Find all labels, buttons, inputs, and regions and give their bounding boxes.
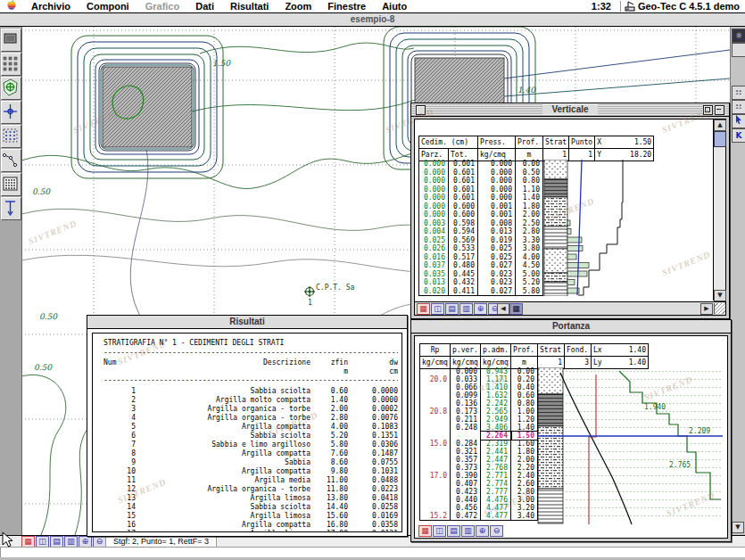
- grid-red-icon[interactable]: ▦: [418, 525, 432, 537]
- zoom-out-icon[interactable]: ⊖: [490, 525, 503, 537]
- zoom-in-icon[interactable]: ⊕: [476, 525, 489, 537]
- table-row[interactable]: 0.000 0.600 0.001 1.80: [419, 202, 543, 211]
- menu-item[interactable]: Aiuto: [374, 1, 415, 12]
- table-row[interactable]: 0.000 0.601 0.000 1.40: [419, 194, 543, 202]
- table-row[interactable]: 0.373 2.768 2.20: [420, 464, 538, 472]
- table-mode-icon[interactable]: ▦: [509, 303, 523, 315]
- cell-prof: 5.80: [516, 287, 543, 296]
- table-row[interactable]: 0.357 2.447 2.00: [420, 456, 538, 464]
- close-box-icon[interactable]: [416, 105, 426, 115]
- blank-tool[interactable]: [732, 43, 745, 57]
- menu-item[interactable]: Zoom: [277, 1, 319, 12]
- menu-item[interactable]: Componi: [79, 1, 137, 12]
- site-map-icon[interactable]: [1, 77, 21, 100]
- table-row[interactable]: 0.423 2.777 2.80: [420, 488, 538, 496]
- cell-zfin: 16.80: [310, 520, 348, 529]
- table-row[interactable]: 15.2 0.472 4.477 3.40: [420, 512, 538, 521]
- table-row[interactable]: 0.000 0.601 0.000 0.00: [419, 160, 543, 169]
- table-row[interactable]: 0.000 0.601 0.000 0.50: [419, 169, 543, 177]
- table-row[interactable]: 0.037 0.480 0.027 4.50: [419, 261, 543, 270]
- scrollbar-thumb[interactable]: [714, 131, 726, 147]
- cell-prof: 2.50: [516, 219, 543, 228]
- dot-matrix-icon[interactable]: [1, 173, 21, 196]
- cell-parz: 0.000: [419, 169, 449, 177]
- pile-tool-icon[interactable]: [1, 197, 21, 220]
- table-row[interactable]: 17.0 0.390 2.771 2.40: [420, 472, 538, 480]
- grid-red-icon[interactable]: ▦: [417, 303, 430, 315]
- table-row[interactable]: 2.264 1.50: [420, 432, 538, 440]
- table-row[interactable]: 0.248 3.406 1.40: [420, 424, 538, 432]
- table-row[interactable]: 0.000 0.601 0.000 0.80: [419, 177, 543, 185]
- menu-clock[interactable]: 1:32: [586, 1, 617, 12]
- crosshair-icon[interactable]: [1, 101, 21, 124]
- menu-item[interactable]: Archivio: [23, 1, 79, 12]
- table-row[interactable]: 0.016 0.517 0.025 4.00: [419, 253, 543, 262]
- table-row[interactable]: 0.000 0.943 0.00: [420, 367, 538, 375]
- layout-icon[interactable]: ◫: [431, 303, 444, 315]
- table-row[interactable]: 0.025 0.569 0.019 3.30: [419, 236, 543, 245]
- table-row[interactable]: 0.013 0.432 0.023 5.20: [419, 278, 543, 287]
- polyline-icon[interactable]: [1, 149, 21, 172]
- verticale-vscrollbar[interactable]: ▲ ▼: [713, 119, 725, 301]
- portanza-toolbar: ▦◫▤▥⊕⊖: [418, 525, 504, 537]
- app-name[interactable]: Geo-Tec C 4.5.1 demo: [636, 1, 745, 12]
- table-row[interactable]: 20.8 0.173 2.565 1.00: [420, 408, 538, 416]
- cell-press: 0.000: [478, 194, 516, 202]
- cell-parz: 0.025: [419, 236, 449, 245]
- collapse-box-icon[interactable]: [715, 105, 724, 115]
- pointer-icon[interactable]: [732, 114, 745, 128]
- table-row[interactable]: 0.136 2.242 0.80: [420, 399, 538, 408]
- table-row[interactable]: 0.004 0.594 0.013 2.80: [419, 227, 543, 236]
- table-row[interactable]: 0.066 1.410 0.40: [420, 383, 538, 391]
- menu-item[interactable]: Grafico: [137, 1, 188, 12]
- save-icon[interactable]: ▤: [447, 525, 460, 537]
- cell-pver: 0.321: [451, 448, 481, 456]
- table-row[interactable]: 0.440 4.476 3.00: [420, 496, 538, 504]
- table-row[interactable]: 0.035 0.445 0.023 5.00: [419, 270, 543, 279]
- table-row[interactable]: 0.000 0.601 0.000 1.10: [419, 185, 543, 194]
- table-row[interactable]: 0.099 1.632 0.60: [420, 391, 538, 399]
- risultati-titlebar[interactable]: Risultati: [87, 316, 407, 329]
- menu-item[interactable]: Dati: [187, 1, 222, 12]
- point-grid-icon[interactable]: [1, 53, 21, 76]
- save-icon[interactable]: ▤: [445, 303, 459, 315]
- foundation-pad-west[interactable]: [103, 67, 192, 147]
- scroll-down-arrow[interactable]: ▼: [714, 290, 726, 301]
- table-row[interactable]: 0.407 2.774 2.60: [420, 480, 538, 488]
- k-tool[interactable]: K: [732, 128, 745, 143]
- table-row[interactable]: 0.026 0.533 0.025 3.80: [419, 244, 543, 253]
- print-icon[interactable]: ▥: [461, 525, 475, 537]
- gear-icon[interactable]: ☼: [732, 29, 745, 43]
- plan-view-icon[interactable]: [1, 29, 21, 52]
- table-row[interactable]: 0.321 2.441 1.80: [420, 448, 538, 456]
- resize-grip[interactable]: [714, 303, 725, 314]
- strati-row: 8 Argilla compatta 7.60 0.1487: [103, 449, 398, 457]
- table-row[interactable]: 0.456 4.477 3.20: [420, 504, 538, 512]
- table-row[interactable]: 0.000 0.600 0.001 2.00: [419, 210, 543, 219]
- dots-icon[interactable]: ∷: [732, 100, 745, 114]
- portanza-titlebar[interactable]: Portanza: [411, 320, 731, 334]
- menu-item[interactable]: Risultati: [222, 1, 277, 12]
- menu-item[interactable]: Finestre: [319, 1, 374, 12]
- table-row[interactable]: 15.0 0.284 2.319 1.60: [420, 440, 538, 448]
- cell-padm: 2.949: [481, 416, 511, 424]
- table-row[interactable]: 0.211 2.949 1.20: [420, 416, 538, 424]
- print-icon[interactable]: ▥: [459, 303, 473, 315]
- scroll-left-arrow[interactable]: ◀: [497, 303, 509, 315]
- scroll-down-arrow[interactable]: ▼: [732, 522, 744, 533]
- table-row[interactable]: 0.003 0.598 0.008 2.50: [419, 219, 543, 228]
- table-row[interactable]: 0.020 0.411 0.027 5.80: [419, 287, 543, 296]
- dots-icon[interactable]: ∷: [732, 86, 745, 100]
- scroll-up-arrow[interactable]: ▲: [714, 119, 726, 131]
- verticale-titlebar[interactable]: Verticale: [411, 103, 729, 117]
- scroll-right-arrow[interactable]: ▶: [700, 303, 713, 315]
- app-icon[interactable]: [625, 1, 636, 12]
- apple-menu[interactable]: [0, 0, 23, 12]
- dot-grid-icon[interactable]: [1, 125, 21, 148]
- zoom-in-icon[interactable]: ⊕: [474, 303, 487, 315]
- cell-padm: 2.264: [481, 432, 511, 440]
- document-window-titlebar[interactable]: esempio-8: [0, 12, 745, 27]
- zoom-box-icon[interactable]: [703, 105, 713, 115]
- table-row[interactable]: 20.0 0.033 1.171 0.20: [420, 375, 538, 383]
- layout-icon[interactable]: ◫: [433, 525, 446, 537]
